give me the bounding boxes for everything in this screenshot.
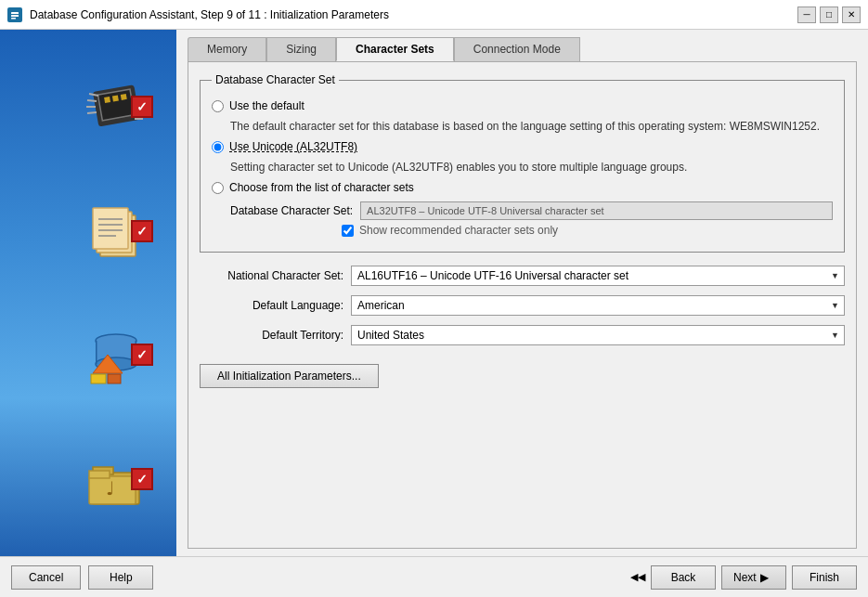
all-init-params-button[interactable]: All Initialization Parameters... bbox=[200, 364, 379, 388]
svg-rect-2 bbox=[11, 15, 19, 17]
prev-arrow-icon: ◀◀ bbox=[630, 571, 645, 583]
default-territory-row: Default Territory: United States bbox=[200, 325, 845, 345]
svg-rect-35 bbox=[89, 471, 110, 478]
svg-rect-5 bbox=[97, 89, 134, 121]
default-language-select[interactable]: American bbox=[351, 295, 845, 316]
national-charset-select[interactable]: AL16UTF16 – Unicode UTF-16 Universal cha… bbox=[351, 266, 845, 286]
tab-sizing[interactable]: Sizing bbox=[266, 37, 336, 61]
back-button[interactable]: Back bbox=[651, 565, 716, 590]
radio-choose-list[interactable] bbox=[212, 182, 224, 194]
national-charset-label: National Character Set: bbox=[200, 269, 343, 282]
default-territory-select[interactable]: United States bbox=[351, 325, 845, 345]
default-language-select-wrapper: American bbox=[351, 295, 845, 316]
bottom-right-buttons: ◀◀ Back Next ▶ Finish bbox=[630, 565, 857, 590]
svg-rect-3 bbox=[11, 18, 16, 19]
charset-select-label: Database Character Set: bbox=[230, 204, 353, 217]
sidebar-check-3: ✓ bbox=[131, 344, 153, 366]
radio-row-default: Use the default bbox=[212, 99, 833, 112]
show-recommended-checkbox[interactable] bbox=[342, 225, 354, 237]
database-charset-fieldset: Database Character Set Use the default T… bbox=[200, 73, 845, 253]
svg-rect-30 bbox=[91, 374, 106, 383]
charset-fieldset-legend: Database Character Set bbox=[212, 73, 339, 86]
window-controls: ─ □ ✕ bbox=[797, 6, 861, 23]
help-button[interactable]: Help bbox=[88, 565, 153, 590]
svg-rect-16 bbox=[120, 94, 126, 100]
sidebar-item-shapes: ✓ bbox=[23, 322, 153, 387]
app-icon bbox=[7, 7, 22, 22]
svg-rect-31 bbox=[108, 374, 121, 383]
sidebar-check-1: ✓ bbox=[131, 96, 153, 118]
tab-connection-mode[interactable]: Connection Mode bbox=[454, 37, 580, 61]
default-territory-label: Default Territory: bbox=[200, 329, 343, 342]
window-title: Database Configuration Assistant, Step 9… bbox=[30, 8, 389, 21]
unicode-charset-description: Setting character set to Unicode (AL32UT… bbox=[230, 159, 833, 175]
bottom-bar: Cancel Help ◀◀ Back Next ▶ Finish bbox=[0, 556, 868, 597]
tab-memory[interactable]: Memory bbox=[188, 37, 266, 61]
sidebar-item-doc: ✓ bbox=[23, 199, 153, 264]
minimize-button[interactable]: ─ bbox=[797, 6, 816, 23]
sidebar-check-4: ✓ bbox=[131, 468, 153, 490]
national-charset-row: National Character Set: AL16UTF16 – Unic… bbox=[200, 266, 845, 286]
radio-use-default[interactable] bbox=[212, 100, 224, 112]
content-panel: Database Character Set Use the default T… bbox=[188, 61, 857, 549]
default-territory-select-wrapper: United States bbox=[351, 325, 845, 345]
sidebar: ✓ ✓ bbox=[0, 30, 176, 556]
radio-use-unicode[interactable] bbox=[212, 141, 224, 153]
maximize-button[interactable]: □ bbox=[820, 6, 838, 23]
charset-select-input bbox=[360, 201, 833, 220]
radio-default-label[interactable]: Use the default bbox=[229, 99, 304, 112]
radio-unicode-label[interactable]: Use Unicode (AL32UTF8) bbox=[229, 140, 357, 153]
sidebar-check-2: ✓ bbox=[131, 220, 153, 242]
next-arrow-icon: ▶ bbox=[760, 571, 769, 584]
default-language-row: Default Language: American bbox=[200, 295, 845, 316]
svg-text:♩: ♩ bbox=[106, 478, 114, 499]
svg-rect-27 bbox=[96, 341, 97, 364]
right-panel: Memory Sizing Character Sets Connection … bbox=[176, 30, 868, 556]
default-language-label: Default Language: bbox=[200, 299, 343, 312]
show-recommended-row: Show recommended character sets only bbox=[342, 224, 833, 237]
bottom-left-buttons: Cancel Help bbox=[11, 565, 153, 590]
svg-rect-14 bbox=[104, 97, 110, 103]
charset-select-row: Database Character Set: bbox=[230, 201, 833, 220]
finish-button[interactable]: Finish bbox=[792, 565, 857, 590]
close-button[interactable]: ✕ bbox=[842, 6, 861, 23]
svg-rect-1 bbox=[11, 12, 19, 14]
svg-line-9 bbox=[87, 112, 97, 113]
tab-character-sets[interactable]: Character Sets bbox=[336, 37, 454, 61]
svg-rect-15 bbox=[111, 95, 118, 101]
radio-row-unicode: Use Unicode (AL32UTF8) bbox=[212, 140, 833, 153]
show-recommended-label[interactable]: Show recommended character sets only bbox=[359, 224, 558, 237]
national-charset-select-wrapper: AL16UTF16 – Unicode UTF-16 Universal cha… bbox=[351, 266, 845, 286]
titlebar: Database Configuration Assistant, Step 9… bbox=[0, 0, 868, 30]
sidebar-item-chip: ✓ bbox=[23, 74, 153, 139]
cancel-button[interactable]: Cancel bbox=[11, 565, 81, 590]
radio-row-choose: Choose from the list of character sets bbox=[212, 181, 833, 194]
tabs: Memory Sizing Character Sets Connection … bbox=[188, 37, 857, 61]
sidebar-item-folders: ♩ ✓ bbox=[23, 447, 153, 512]
nav-arrows: ◀◀ bbox=[630, 571, 645, 583]
default-charset-description: The default character set for this datab… bbox=[230, 118, 833, 135]
svg-rect-19 bbox=[93, 208, 128, 249]
next-button[interactable]: Next ▶ bbox=[721, 565, 786, 590]
radio-choose-label[interactable]: Choose from the list of character sets bbox=[229, 181, 414, 194]
svg-line-7 bbox=[87, 100, 97, 101]
